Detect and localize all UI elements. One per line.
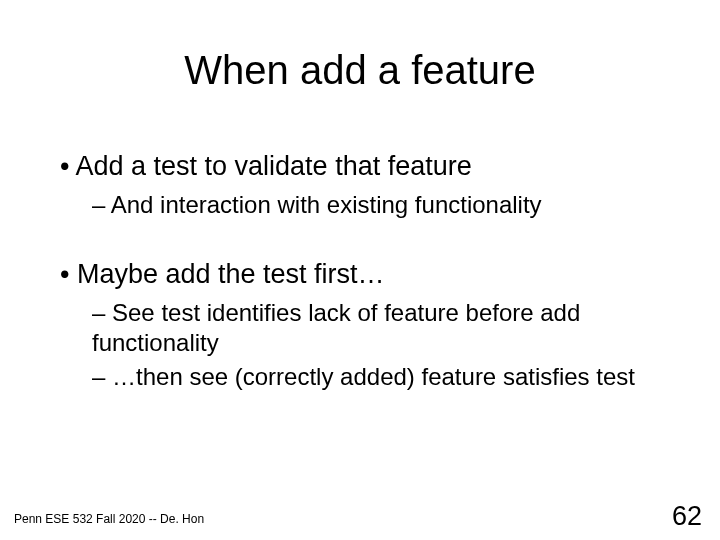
slide: When add a feature Add a test to validat… — [0, 0, 720, 540]
bullet-level2: See test identifies lack of feature befo… — [92, 298, 660, 358]
spacer — [60, 224, 660, 258]
page-number: 62 — [672, 501, 702, 532]
slide-title: When add a feature — [0, 48, 720, 93]
bullet-level1: Add a test to validate that feature — [60, 150, 660, 184]
bullet-level1: Maybe add the test first… — [60, 258, 660, 292]
footer-text: Penn ESE 532 Fall 2020 -- De. Hon — [14, 512, 204, 526]
bullet-level2: …then see (correctly added) feature sati… — [92, 362, 660, 392]
bullet-level2: And interaction with existing functional… — [92, 190, 660, 220]
slide-body: Add a test to validate that feature And … — [60, 150, 660, 396]
